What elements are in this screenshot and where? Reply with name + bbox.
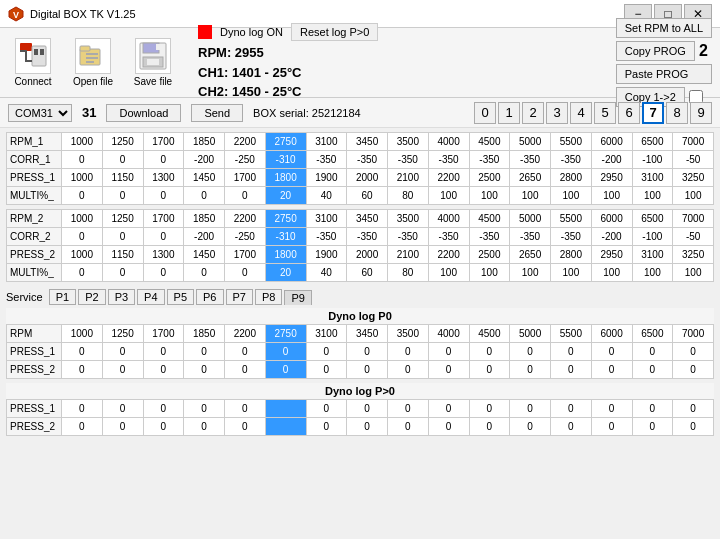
cell[interactable]: 2000 [347,169,388,187]
cell[interactable]: 0 [632,418,673,436]
cell[interactable]: -350 [347,228,388,246]
cell[interactable]: 0 [102,187,143,205]
cell[interactable]: 0 [225,361,266,379]
cell[interactable]: 0 [673,418,714,436]
cell[interactable]: 2000 [347,246,388,264]
cell[interactable]: -350 [469,228,510,246]
cell[interactable]: -310 [265,228,306,246]
cell[interactable]: 100 [510,187,551,205]
cell[interactable]: 2650 [510,169,551,187]
cell[interactable]: 0 [632,343,673,361]
cell[interactable]: 7000 [673,133,714,151]
cell[interactable]: 0 [184,418,225,436]
cell[interactable]: 1450 [184,169,225,187]
open-file-button[interactable]: Open file [68,38,118,87]
cell[interactable]: 0 [143,228,184,246]
cell[interactable]: 0 [673,400,714,418]
cell[interactable]: 0 [347,361,388,379]
cell[interactable]: -350 [469,151,510,169]
cell[interactable]: -200 [184,151,225,169]
cell[interactable]: 0 [388,400,429,418]
cell[interactable]: 3100 [306,210,347,228]
cell[interactable]: 2800 [551,246,592,264]
cell[interactable] [265,418,306,436]
cell[interactable]: 4500 [469,133,510,151]
service-tab-P7[interactable]: P7 [226,289,253,305]
cell[interactable]: 1850 [184,210,225,228]
cell[interactable]: 2950 [591,169,632,187]
cell[interactable]: 1250 [102,325,143,343]
cell[interactable]: 0 [551,418,592,436]
cell[interactable]: 7000 [673,210,714,228]
cell[interactable]: 0 [225,343,266,361]
cell[interactable]: 0 [265,361,306,379]
cell[interactable]: -50 [673,151,714,169]
cell[interactable]: 2950 [591,246,632,264]
cell[interactable]: -350 [388,228,429,246]
cell[interactable]: 0 [62,343,103,361]
cell[interactable]: 3100 [306,325,347,343]
cell[interactable]: 0 [551,400,592,418]
cell[interactable]: 1300 [143,169,184,187]
cell[interactable]: 0 [265,343,306,361]
cell[interactable]: 0 [225,264,266,282]
cell[interactable]: 0 [428,361,469,379]
num-tab-5[interactable]: 5 [594,102,616,124]
cell[interactable]: 0 [469,400,510,418]
cell[interactable]: 0 [143,264,184,282]
cell[interactable]: 4000 [428,325,469,343]
cell[interactable]: 100 [469,264,510,282]
cell[interactable]: 2750 [265,325,306,343]
cell[interactable]: 0 [428,343,469,361]
cell[interactable]: 0 [143,418,184,436]
cell[interactable]: 5000 [510,210,551,228]
cell[interactable]: 0 [510,343,551,361]
cell[interactable]: 0 [62,187,103,205]
cell[interactable]: 3100 [632,246,673,264]
cell[interactable]: 0 [551,343,592,361]
cell[interactable]: 4000 [428,210,469,228]
cell[interactable]: 0 [306,418,347,436]
cell[interactable]: 1250 [102,210,143,228]
cell[interactable]: 3500 [388,210,429,228]
cell[interactable]: 40 [306,187,347,205]
cell[interactable]: -350 [388,151,429,169]
num-tab-2[interactable]: 2 [522,102,544,124]
cell[interactable]: 0 [184,361,225,379]
cell[interactable]: 100 [673,264,714,282]
cell[interactable]: -250 [225,228,266,246]
cell[interactable]: 100 [551,264,592,282]
cell[interactable]: 20 [265,264,306,282]
cell[interactable]: -350 [510,151,551,169]
cell[interactable]: 0 [143,400,184,418]
cell[interactable]: 0 [347,343,388,361]
cell[interactable]: 0 [102,343,143,361]
cell[interactable]: -350 [510,228,551,246]
cell[interactable]: 5500 [551,325,592,343]
cell[interactable]: 0 [388,343,429,361]
num-tab-9[interactable]: 9 [690,102,712,124]
cell[interactable]: -350 [306,151,347,169]
cell[interactable]: 0 [306,400,347,418]
cell[interactable]: 2200 [428,169,469,187]
cell[interactable]: 0 [388,361,429,379]
cell[interactable]: 1700 [225,246,266,264]
num-tab-7[interactable]: 7 [642,102,664,124]
cell[interactable]: -310 [265,151,306,169]
cell[interactable]: 2750 [265,133,306,151]
cell[interactable]: 0 [102,264,143,282]
cell[interactable]: 1150 [102,169,143,187]
cell[interactable]: 0 [510,400,551,418]
cell[interactable]: 0 [388,418,429,436]
cell[interactable]: 1150 [102,246,143,264]
cell[interactable]: 1000 [62,133,103,151]
cell[interactable]: 6500 [632,325,673,343]
cell[interactable]: 100 [551,187,592,205]
cell[interactable]: -350 [428,151,469,169]
cell[interactable]: 1250 [102,133,143,151]
cell[interactable]: 1000 [62,246,103,264]
cell[interactable]: 0 [62,151,103,169]
cell[interactable]: 100 [632,264,673,282]
cell[interactable]: 0 [184,343,225,361]
cell[interactable]: 0 [102,400,143,418]
